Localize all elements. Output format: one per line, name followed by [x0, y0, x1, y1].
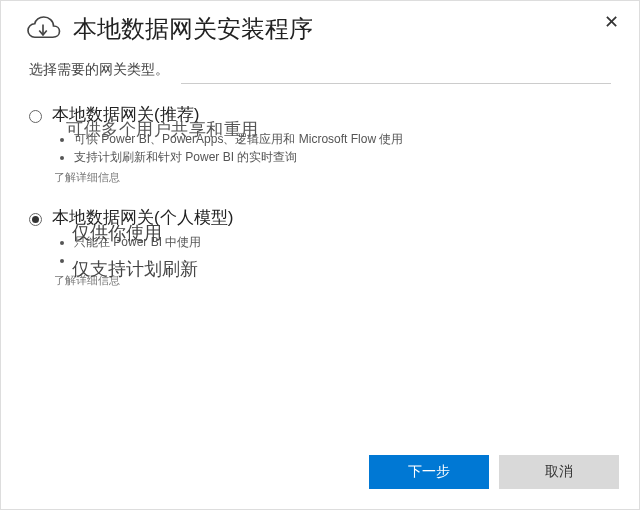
list-item: 支持计划刷新和针对 Power BI 的实时查询: [74, 148, 611, 166]
list-item: 只能在 Power BI 中使用: [74, 233, 611, 251]
gateway-options: 本地数据网关(推荐) 可供多个用户共享和重用 可供 Power BI、Power…: [1, 84, 639, 288]
option-recommended: 本地数据网关(推荐) 可供多个用户共享和重用 可供 Power BI、Power…: [29, 104, 611, 185]
close-button[interactable]: ✕: [598, 11, 625, 33]
option-personal: 本地数据网关(个人模型) 仅供你使用 仅支持计划刷新 只能在 Power BI …: [29, 207, 611, 288]
option-personal-bullets: 只能在 Power BI 中使用: [74, 233, 611, 269]
list-item: [74, 251, 611, 269]
option-recommended-bullets: 可供 Power BI、PowerApps、逻辑应用和 Microsoft Fl…: [74, 130, 611, 166]
cancel-button[interactable]: 取消: [499, 455, 619, 489]
next-button[interactable]: 下一步: [369, 455, 489, 489]
learn-more-link[interactable]: 了解详细信息: [54, 170, 120, 185]
cloud-download-icon: [25, 15, 61, 43]
radio-recommended[interactable]: [29, 110, 42, 123]
dialog-title: 本地数据网关安装程序: [73, 13, 313, 45]
option-personal-title: 本地数据网关(个人模型): [52, 207, 611, 229]
learn-more-link[interactable]: 了解详细信息: [54, 273, 120, 288]
dialog-subtitle: 选择需要的网关类型。: [1, 53, 639, 83]
option-recommended-title: 本地数据网关(推荐): [52, 104, 611, 126]
list-item: 可供 Power BI、PowerApps、逻辑应用和 Microsoft Fl…: [74, 130, 611, 148]
radio-personal[interactable]: [29, 213, 42, 226]
dialog-footer: 下一步 取消: [369, 455, 619, 489]
dialog-header: 本地数据网关安装程序 ✕: [1, 1, 639, 53]
